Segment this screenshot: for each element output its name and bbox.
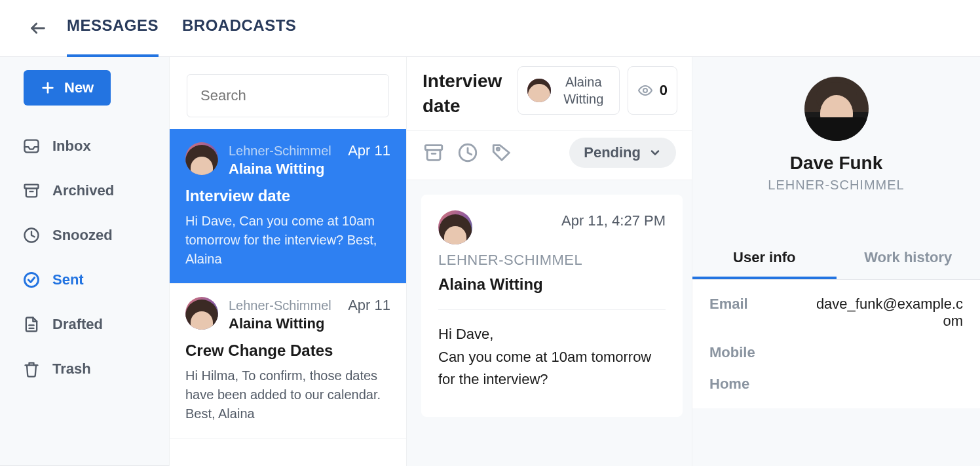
message-sender: Alaina Witting (438, 275, 666, 294)
message-subject: Interview date (185, 187, 390, 205)
profile-tabs: User info Work history (692, 239, 980, 280)
svg-point-12 (643, 88, 647, 92)
check-circle-icon (22, 271, 41, 289)
tab-user-info[interactable]: User info (692, 239, 837, 279)
sidebar-item-label: Drafted (52, 316, 103, 333)
message-date: Apr 11 (348, 297, 390, 314)
profile-company: LEHNER-SCHIMMEL (768, 178, 904, 193)
inbox-icon (22, 137, 41, 155)
sidebar-item-inbox[interactable]: Inbox (13, 124, 156, 168)
document-icon (22, 315, 41, 334)
sidebar-item-label: Sent (52, 271, 84, 288)
sidebar-item-archived[interactable]: Archived (13, 168, 156, 213)
thread-body[interactable]: Apr 11, 4:27 PM LEHNER-SCHIMMEL Alaina W… (407, 180, 692, 466)
svg-rect-4 (25, 185, 39, 189)
thread-header: Interview date Alaina Witting 0 (407, 57, 692, 131)
sidebar-item-label: Snoozed (52, 227, 113, 244)
new-button-label: New (64, 79, 94, 96)
message-company: Lehner-Schimmel (229, 298, 331, 313)
avatar (438, 210, 472, 244)
profile-name: Dave Funk (790, 153, 883, 174)
view-count: 0 (660, 82, 668, 99)
eye-icon (637, 83, 653, 98)
tag-action-icon[interactable] (491, 142, 513, 164)
trash-icon (22, 360, 41, 378)
avatar (527, 79, 551, 102)
profile-avatar (804, 77, 869, 141)
tab-work-history[interactable]: Work history (837, 239, 981, 279)
sidebar-item-drafted[interactable]: Drafted (13, 302, 156, 347)
message-sender: Alaina Witting (229, 161, 390, 178)
status-dropdown[interactable]: Pending (569, 138, 676, 168)
snooze-action-icon[interactable] (457, 142, 479, 164)
participant-name: Alaina Witting (557, 73, 610, 107)
thread-column: Interview date Alaina Witting 0 (406, 57, 692, 466)
top-bar: MESSAGES BROADCASTS (0, 0, 980, 57)
status-label: Pending (584, 144, 641, 161)
tab-messages[interactable]: MESSAGES (67, 0, 159, 57)
sidebar-item-label: Inbox (52, 138, 91, 155)
new-button[interactable]: New (24, 70, 111, 106)
message-company: Lehner-Schimmel (229, 144, 331, 159)
message-list-item[interactable]: Lehner-Schimmel Apr 11 Alaina Witting In… (170, 129, 406, 284)
message-preview: Hi Hilma, To confirm, those dates have b… (185, 366, 390, 423)
sidebar-item-trash[interactable]: Trash (13, 347, 156, 391)
message-timestamp: Apr 11, 4:27 PM (483, 210, 666, 231)
search-box[interactable] (187, 74, 389, 117)
archive-action-icon[interactable] (423, 142, 445, 164)
message-preview: Hi Dave, Can you come at 10am tomorrow f… (185, 212, 390, 269)
message-card: Apr 11, 4:27 PM LEHNER-SCHIMMEL Alaina W… (421, 195, 683, 417)
message-date: Apr 11 (348, 142, 390, 159)
message-company-upper: LEHNER-SCHIMMEL (438, 250, 666, 271)
message-list-item[interactable]: Lehner-Schimmel Apr 11 Alaina Witting Cr… (170, 284, 406, 438)
svg-rect-13 (425, 145, 442, 149)
thread-actions: Pending (407, 131, 692, 180)
sidebar-item-label: Archived (52, 182, 114, 199)
field-label-mobile: Mobile (709, 344, 755, 361)
avatar (185, 297, 218, 330)
archive-icon (22, 182, 41, 200)
sidebar-item-label: Trash (52, 360, 91, 378)
profile-column: Dave Funk LEHNER-SCHIMMEL User info Work… (692, 57, 980, 466)
participant-chip[interactable]: Alaina Witting (518, 66, 620, 115)
message-sender: Alaina Witting (229, 315, 390, 332)
search-input[interactable] (200, 87, 381, 104)
sidebar: New Inbox Archived Snoozed Sent Drafted … (0, 57, 169, 466)
message-body: Hi Dave, Can you come at 10am tomorrow f… (438, 323, 666, 390)
field-value-email: dave_funk@example.com (812, 296, 963, 330)
tab-broadcasts[interactable]: BROADCASTS (182, 0, 296, 57)
chevron-down-icon (649, 146, 662, 159)
field-label-email: Email (709, 296, 748, 313)
back-arrow-icon[interactable] (29, 19, 47, 37)
user-info-panel: Email dave_funk@example.com Mobile Home (692, 280, 980, 408)
message-subject: Crew Change Dates (185, 341, 390, 360)
avatar (185, 142, 218, 175)
message-list-column: Lehner-Schimmel Apr 11 Alaina Witting In… (169, 57, 406, 466)
sidebar-item-snoozed[interactable]: Snoozed (13, 213, 156, 258)
clock-icon (22, 226, 41, 244)
sidebar-item-sent[interactable]: Sent (13, 258, 156, 302)
view-count-chip[interactable]: 0 (628, 66, 677, 115)
field-label-home: Home (709, 376, 749, 393)
svg-point-16 (497, 147, 499, 150)
